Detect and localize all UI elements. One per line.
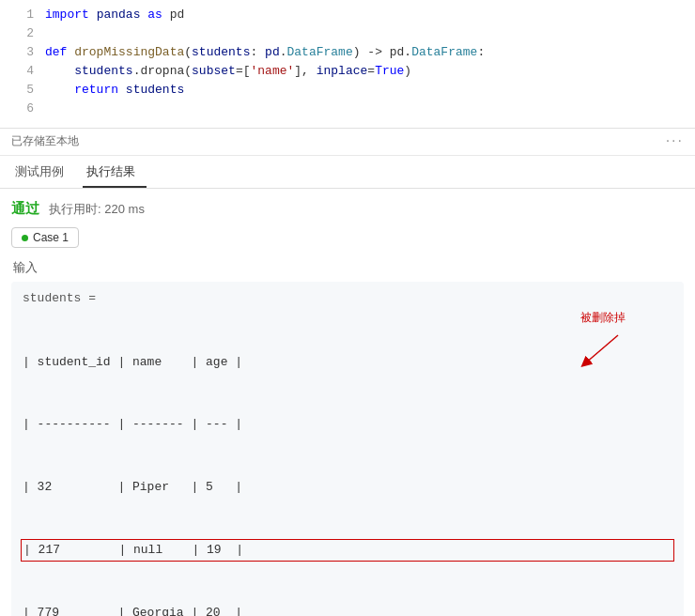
code-line-5: 5 return students <box>0 83 695 101</box>
table-row: | 32 | Piper | 5 | <box>23 477 672 498</box>
code-text: def dropMissingData(students: pd.DataFra… <box>45 45 485 59</box>
line-number: 4 <box>8 64 34 78</box>
line-number: 6 <box>8 101 34 116</box>
code-line-3: 3 def dropMissingData(students: pd.DataF… <box>0 45 695 64</box>
pass-label: 通过 <box>11 200 39 218</box>
line-number: 1 <box>8 8 34 22</box>
case-dot <box>22 235 28 241</box>
students-var-label: students = <box>23 291 672 305</box>
exec-time-label: 执行用时: 220 ms <box>49 201 145 218</box>
annotation-arrow <box>580 328 656 375</box>
code-text: students.dropna(subset=['name'], inplace… <box>45 64 411 78</box>
code-text: import pandas as pd <box>45 8 184 22</box>
table-row: | student_id | name | age | <box>23 352 672 373</box>
input-table-wrapper: students = | student_id | name | age | |… <box>11 282 684 616</box>
results-section: 通过 执行用时: 220 ms Case 1 输入 students = | s… <box>0 189 695 616</box>
tab-test-cases[interactable]: 测试用例 <box>11 156 75 188</box>
tab-execution-results[interactable]: 执行结果 <box>83 156 147 188</box>
case-label: Case 1 <box>33 231 69 244</box>
table-row: | ---------- | ------- | --- | <box>23 414 672 435</box>
code-line-4: 4 students.dropna(subset=['name'], inpla… <box>0 64 695 83</box>
annotation-area: 被删除掉 <box>580 310 656 375</box>
table-row-highlighted: | 217 | null | 19 | <box>21 539 674 562</box>
tabs-bar: 测试用例 执行结果 <box>0 156 695 189</box>
case-badge[interactable]: Case 1 <box>11 227 79 248</box>
table-row: | 779 | Georgia | 20 | <box>23 603 672 616</box>
line-number: 3 <box>8 45 34 59</box>
pass-status-row: 通过 执行用时: 220 ms <box>11 200 684 218</box>
save-status-bar: 已存储至本地 ··· <box>0 129 695 156</box>
code-editor: 1 import pandas as pd 2 3 def dropMissin… <box>0 0 695 129</box>
line-number: 5 <box>8 83 34 97</box>
code-text: return students <box>45 83 184 97</box>
save-status-text: 已存储至本地 <box>11 133 79 149</box>
code-line-2: 2 <box>0 26 695 45</box>
input-label: 输入 <box>11 259 684 276</box>
line-number: 2 <box>8 26 34 40</box>
input-table: | student_id | name | age | | ----------… <box>23 311 672 616</box>
code-line-1: 1 import pandas as pd <box>0 8 695 26</box>
annotation-text: 被删除掉 <box>580 310 656 326</box>
svg-line-0 <box>585 335 618 363</box>
more-options-dots[interactable]: ··· <box>666 132 684 149</box>
code-line-6: 6 <box>0 101 695 120</box>
